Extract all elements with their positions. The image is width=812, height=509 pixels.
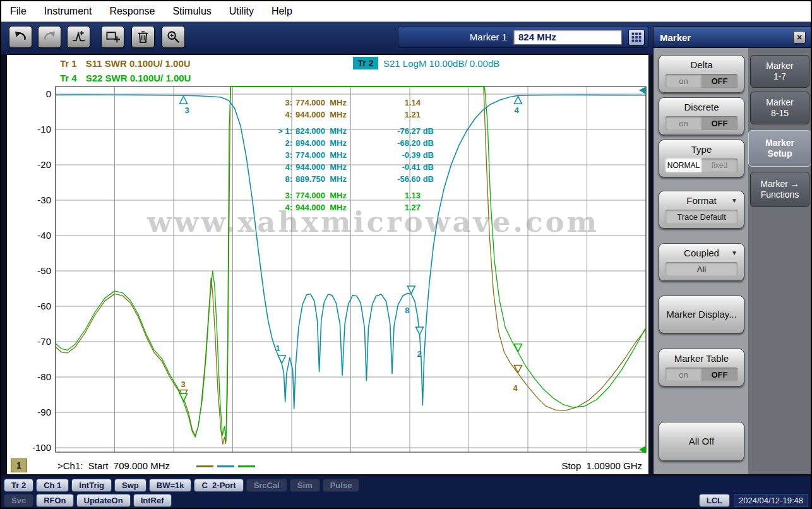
- trace2-legend-dash: [217, 465, 234, 467]
- delta-off[interactable]: OFF: [702, 74, 737, 88]
- marker-readout-table: 3:774.000 MHz1.144:944.000 MHz1.21> 1:82…: [272, 97, 434, 213]
- menu-file[interactable]: File: [10, 6, 27, 17]
- marker-panel: Marker × Marker1-7 Marker8-15 MarkerSetu…: [653, 27, 812, 475]
- start-frequency-label: Start 709.000 MHz: [88, 460, 170, 471]
- status-row-2: SvcRFOnUpdateOnIntRef: [4, 494, 172, 507]
- marker-readout-row: 4:944.000 MHz-0.41 dB: [272, 161, 434, 173]
- delta-button[interactable]: Delta onOFF: [659, 55, 744, 93]
- marker-number-label: 4: [514, 105, 519, 115]
- discrete-button[interactable]: Discrete onOFF: [659, 97, 744, 135]
- status-svc: Svc: [4, 494, 33, 507]
- status-inttrig[interactable]: IntTrig: [71, 479, 112, 492]
- marker-1-tr2[interactable]: [278, 356, 285, 363]
- menu-utility[interactable]: Utility: [229, 6, 254, 17]
- marker-frequency-input[interactable]: [513, 30, 622, 45]
- status-c-2-port[interactable]: C 2-Port: [194, 479, 243, 492]
- marker-3-tr4[interactable]: [180, 393, 188, 401]
- menu-bar: File Instrument Response Stimulus Utilit…: [1, 1, 811, 22]
- discrete-on[interactable]: on: [666, 116, 702, 130]
- trace4-header[interactable]: Tr 4S22 SWR 0.100U/ 1.00U: [60, 73, 191, 83]
- zoom-button[interactable]: [162, 26, 185, 48]
- menu-stimulus[interactable]: Stimulus: [172, 6, 211, 17]
- status-srccal: SrcCal: [246, 479, 287, 492]
- marker-display-label: Marker Display...: [659, 296, 744, 333]
- status-pulse: Pulse: [323, 479, 360, 492]
- marker-table-toggle: onOFF: [666, 368, 737, 381]
- y-axis-tick-label: -90: [37, 407, 51, 417]
- trace1-id: Tr 1: [60, 58, 77, 69]
- lcl-button: LCL: [699, 494, 730, 507]
- status-rfon[interactable]: RFOn: [36, 494, 73, 507]
- menu-instrument[interactable]: Instrument: [44, 6, 92, 17]
- y-axis-tick-label: -100: [32, 442, 51, 453]
- vna-application-window: File Instrument Response Stimulus Utilit…: [0, 0, 812, 509]
- marker-number-label: 4: [513, 383, 518, 393]
- trace2-active-badge[interactable]: Tr 2: [353, 57, 378, 69]
- marker-4-tr2[interactable]: [514, 96, 522, 104]
- type-normal[interactable]: NORMAL: [666, 159, 702, 172]
- add-marker-button[interactable]: [67, 26, 90, 48]
- marker-display-button[interactable]: Marker Display...: [659, 296, 744, 333]
- menu-help[interactable]: Help: [272, 6, 292, 17]
- add-window-button[interactable]: [101, 26, 124, 48]
- chevron-down-icon: ▼: [731, 249, 737, 256]
- format-button[interactable]: Format ▼ Trace Default: [659, 191, 744, 229]
- tab-marker-setup[interactable]: MarkerSetup: [748, 130, 811, 167]
- undo-button[interactable]: [9, 26, 32, 48]
- marker-readout-row: 3:774.000 MHz-0.39 dB: [272, 149, 434, 161]
- trace2-reference-arrow: [639, 87, 646, 94]
- tab-marker-8-15[interactable]: Marker8-15: [750, 92, 809, 124]
- type-fixed[interactable]: fixed: [702, 159, 737, 172]
- status-bar: Tr 2Ch 1IntTrigSwpBW=1kC 2-PortSrcCalSim…: [1, 476, 811, 509]
- tab-marker-functions[interactable]: Marker →Functions: [750, 172, 809, 207]
- delta-on[interactable]: on: [666, 74, 702, 88]
- marker-table-button[interactable]: Marker Table onOFF: [659, 349, 744, 386]
- y-axis-tick-label: -80: [37, 371, 51, 382]
- all-off-button[interactable]: All Off: [659, 422, 744, 461]
- status-updateon[interactable]: UpdateOn: [76, 494, 131, 507]
- y-axis-tick-label: -60: [37, 301, 51, 311]
- menu-response[interactable]: Response: [109, 6, 155, 17]
- status-sim: Sim: [290, 479, 320, 492]
- status-bw-1k[interactable]: BW=1k: [149, 479, 192, 492]
- marker-table-on[interactable]: on: [666, 368, 702, 381]
- keypad-button[interactable]: [628, 29, 645, 45]
- marker-panel-body: Marker1-7 Marker8-15 MarkerSetup Marker …: [654, 48, 811, 474]
- coupled-value[interactable]: All: [666, 262, 737, 276]
- marker-quick-bar: Marker 1: [398, 26, 649, 48]
- marker-panel-title: Marker: [654, 32, 793, 43]
- trace2-header[interactable]: S21 LogM 10.00dB/ 0.00dB: [383, 58, 499, 69]
- delete-icon: [136, 30, 150, 44]
- marker-8-tr2[interactable]: [407, 286, 415, 294]
- marker-2-tr2[interactable]: [416, 327, 424, 335]
- y-axis-tick-label: 0: [46, 88, 51, 99]
- marker-readout-row: 4:944.000 MHz1.21: [272, 109, 434, 121]
- type-button[interactable]: Type NORMALfixed: [659, 140, 744, 177]
- marker-number-label: 3: [181, 380, 186, 389]
- close-panel-button[interactable]: ×: [793, 31, 806, 44]
- status-intref[interactable]: IntRef: [133, 494, 172, 507]
- all-off-label: All Off: [659, 422, 744, 460]
- chevron-down-icon: ▼: [731, 197, 737, 204]
- type-label: Type: [659, 140, 744, 155]
- status-ch-1[interactable]: Ch 1: [36, 479, 69, 492]
- format-value[interactable]: Trace Default: [666, 210, 737, 224]
- keypad-icon: [631, 32, 642, 43]
- discrete-off[interactable]: OFF: [702, 116, 737, 130]
- undo-icon: [13, 30, 28, 44]
- coupled-button[interactable]: Coupled ▼ All: [659, 243, 744, 281]
- marker-4-tr1[interactable]: [514, 365, 522, 373]
- trace2-detail: S21 LogM 10.00dB/ 0.00dB: [383, 58, 499, 69]
- marker-table-off[interactable]: OFF: [702, 368, 737, 381]
- delta-toggle: onOFF: [666, 74, 737, 88]
- marker-number-label: 1: [275, 344, 280, 353]
- marker-name-label: Marker 1: [470, 32, 507, 42]
- marker-readout-row: 3:774.000 MHz1.13: [272, 189, 434, 201]
- stop-frequency-label: Stop 1.00900 GHz: [561, 460, 642, 471]
- trace1-header[interactable]: Tr 1S11 SWR 0.100U/ 1.00U: [60, 58, 191, 69]
- tab-marker-1-7[interactable]: Marker1-7: [750, 55, 809, 88]
- delete-button[interactable]: [131, 26, 155, 48]
- status-swp[interactable]: Swp: [114, 479, 146, 492]
- marker-3-tr2[interactable]: [180, 96, 188, 104]
- status-tr-2[interactable]: Tr 2: [4, 479, 33, 492]
